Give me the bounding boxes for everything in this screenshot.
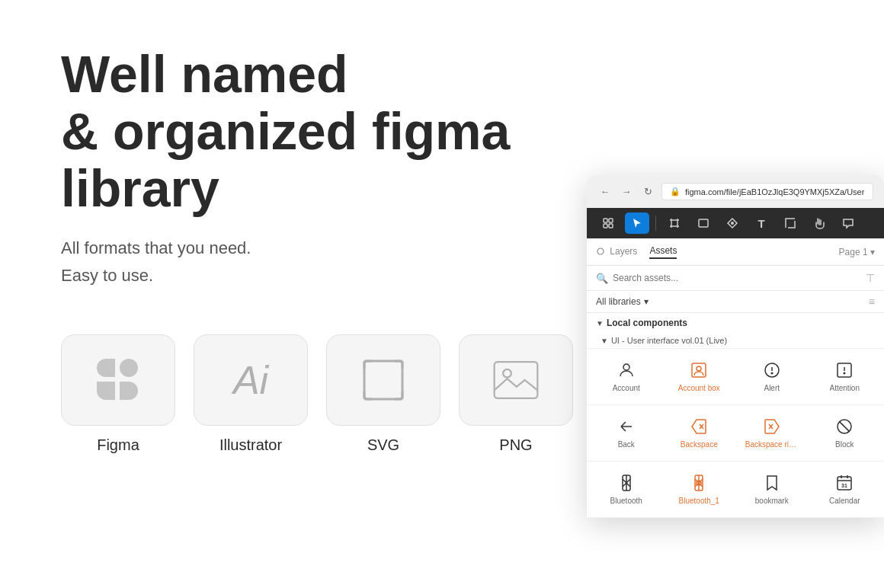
illustrator-card: Ai Illustrator bbox=[194, 334, 308, 454]
ai-icon: Ai bbox=[233, 360, 268, 400]
browser-chrome: ← → ↻ 🔒 figma.com/file/jEaB1OzJlqE3Q9YMX… bbox=[587, 175, 884, 208]
search-bar: 🔍 ⊤ bbox=[587, 266, 884, 291]
svg-rect-11 bbox=[604, 219, 607, 222]
svg-label: SVG bbox=[367, 436, 399, 454]
toolbar-pen-btn[interactable] bbox=[720, 213, 745, 234]
illustrator-label: Illustrator bbox=[219, 436, 282, 454]
icon-backspace-right[interactable]: Backspace rig... bbox=[735, 411, 809, 455]
figma-label: Figma bbox=[97, 436, 139, 454]
svg-rect-13 bbox=[604, 224, 607, 228]
icon-name-alert: Alert bbox=[764, 384, 780, 392]
lock-icon: 🔒 bbox=[670, 187, 681, 197]
toolbar-select-btn[interactable] bbox=[596, 213, 620, 234]
icon-attention[interactable]: Attention bbox=[809, 355, 882, 398]
file-subsection[interactable]: ▼ UI - User interface vol.01 (Live) bbox=[587, 333, 884, 349]
browser-window: ← → ↻ 🔒 figma.com/file/jEaB1OzJlqE3Q9YMX… bbox=[587, 175, 884, 518]
svg-frame-icon bbox=[360, 357, 406, 403]
refresh-button[interactable]: ↻ bbox=[640, 184, 655, 200]
icon-bookmark[interactable]: bookmark bbox=[735, 468, 809, 511]
icon-account-box[interactable]: Account box bbox=[663, 355, 736, 398]
illustrator-icon-card: Ai bbox=[194, 334, 308, 426]
svg-line-37 bbox=[840, 422, 850, 432]
png-label: PNG bbox=[499, 436, 532, 454]
svg-rect-20 bbox=[699, 219, 708, 227]
png-icon-card bbox=[459, 334, 573, 426]
figma-toolbar: T bbox=[587, 208, 884, 238]
icon-grid-row2: Back Backspace Backspace rig... Block bbox=[587, 405, 884, 462]
icon-name-bluetooth1: Bluetooth_1 bbox=[679, 497, 719, 505]
icon-account[interactable]: Account bbox=[590, 355, 663, 398]
toolbar-comment-btn[interactable] bbox=[836, 213, 860, 234]
icon-name-backspace-right: Backspace rig... bbox=[745, 440, 799, 449]
png-card: PNG bbox=[459, 334, 573, 454]
url-text: figma.com/file/jEaB1OzJlqE3Q9YMXj5XZa/Us… bbox=[685, 187, 864, 197]
figma-card: Figma bbox=[61, 334, 175, 454]
format-cards: Figma Ai Illustrator bbox=[61, 334, 518, 454]
toolbar-text-btn[interactable]: T bbox=[749, 213, 774, 234]
toolbar-move-btn[interactable] bbox=[625, 213, 649, 234]
icon-name-calendar: Calendar bbox=[829, 497, 860, 505]
section-title: Local components bbox=[607, 318, 687, 328]
svg-point-28 bbox=[771, 372, 773, 374]
file-label: UI - User interface vol.01 (Live) bbox=[611, 336, 727, 345]
subtitle: All formats that you need. Easy to use. bbox=[61, 235, 518, 288]
icon-bluetooth1[interactable]: Bluetooth_1 bbox=[663, 468, 736, 511]
icon-name-bluetooth: Bluetooth bbox=[610, 497, 642, 505]
icon-block[interactable]: Block bbox=[809, 411, 882, 455]
icon-name-backspace: Backspace bbox=[681, 440, 718, 449]
icon-grid-row3: Bluetooth Bluetooth_1 bookmark bbox=[587, 462, 884, 518]
toolbar-hand-btn[interactable] bbox=[807, 213, 831, 234]
back-button[interactable]: ← bbox=[597, 184, 613, 200]
tab-layers[interactable]: Layers bbox=[596, 246, 637, 258]
icon-name-back: Back bbox=[618, 440, 635, 449]
svg-point-23 bbox=[623, 364, 629, 370]
subsection-arrow: ▼ bbox=[601, 337, 608, 345]
icon-name-attention: Attention bbox=[830, 384, 860, 392]
tab-assets[interactable]: Assets bbox=[649, 245, 677, 259]
figma-icon-card bbox=[61, 334, 175, 426]
svg-text:31: 31 bbox=[841, 483, 847, 488]
icon-name-account: Account bbox=[613, 384, 640, 392]
icon-backspace[interactable]: Backspace bbox=[663, 411, 736, 455]
svg-rect-0 bbox=[364, 361, 402, 399]
icon-calendar[interactable]: 31 Calendar bbox=[809, 468, 882, 511]
icon-name-block: Block bbox=[835, 440, 854, 449]
left-section: Well named & organized figma library All… bbox=[61, 46, 518, 454]
url-bar[interactable]: 🔒 figma.com/file/jEaB1OzJlqE3Q9YMXj5XZa/… bbox=[661, 183, 873, 200]
png-image-icon bbox=[492, 360, 540, 401]
toolbar-frame-btn[interactable] bbox=[662, 213, 687, 234]
sort-icon[interactable]: ⊤ bbox=[866, 272, 875, 284]
page-indicator[interactable]: Page 1 ▾ bbox=[839, 247, 875, 257]
svg-point-22 bbox=[597, 248, 604, 254]
search-input[interactable] bbox=[613, 273, 861, 283]
svg-point-10 bbox=[503, 369, 511, 378]
local-components-header[interactable]: ▼ Local components bbox=[587, 313, 884, 333]
search-icon: 🔍 bbox=[596, 273, 608, 284]
figma-logo bbox=[97, 359, 139, 401]
svg-icon-card bbox=[326, 334, 440, 426]
collapse-arrow: ▼ bbox=[596, 319, 604, 328]
svg-rect-9 bbox=[495, 362, 538, 398]
main-title: Well named & organized figma library bbox=[61, 46, 518, 216]
icon-bluetooth[interactable]: Bluetooth bbox=[590, 468, 663, 511]
panel-tabs: Layers Assets Page 1 ▾ bbox=[587, 238, 884, 266]
svg-rect-12 bbox=[609, 219, 613, 222]
icon-grid-row1: Account Account box Alert Attention bbox=[587, 349, 884, 405]
svg-marker-15 bbox=[633, 219, 641, 228]
svg-point-25 bbox=[697, 366, 701, 371]
toolbar-rect-btn[interactable] bbox=[691, 213, 716, 234]
icon-back[interactable]: Back bbox=[590, 411, 663, 455]
libraries-bar: All libraries ▾ ≡ bbox=[587, 291, 884, 313]
list-icon[interactable]: ≡ bbox=[869, 296, 875, 308]
toolbar-sep-1 bbox=[655, 216, 656, 231]
svg-rect-14 bbox=[609, 224, 613, 228]
svg-card: SVG bbox=[326, 334, 440, 454]
toolbar-scale-btn[interactable] bbox=[778, 213, 802, 234]
svg-point-21 bbox=[731, 222, 734, 225]
icon-name-bookmark: bookmark bbox=[755, 497, 789, 505]
svg-point-31 bbox=[844, 372, 845, 374]
forward-button[interactable]: → bbox=[619, 184, 634, 200]
icon-name-account-box: Account box bbox=[678, 384, 720, 392]
libraries-label[interactable]: All libraries ▾ bbox=[596, 296, 649, 307]
icon-alert[interactable]: Alert bbox=[735, 355, 809, 398]
